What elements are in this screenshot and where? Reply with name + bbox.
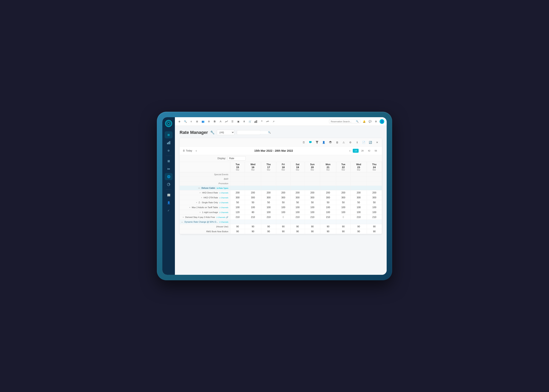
rate-table-wrapper[interactable]: Tue 15 Mar Wed 16 Mar	[180, 162, 382, 234]
val-rbn-8[interactable]: 90	[336, 229, 351, 234]
val-ota-7[interactable]: 300	[320, 195, 336, 200]
val-hdr-3[interactable]: 200	[261, 190, 276, 195]
val-zs-9[interactable]: 50	[351, 200, 367, 205]
expand-hkd-direct-icon[interactable]: +	[200, 192, 201, 194]
toolbar-b-icon[interactable]: B	[212, 119, 217, 124]
val-zs-3[interactable]: 50	[261, 200, 276, 205]
val-hu-1[interactable]: 90	[230, 224, 245, 229]
reservation-search-box[interactable]: 🔍	[329, 119, 360, 123]
rm-settings-icon[interactable]: ⚙	[348, 140, 353, 145]
val-ota-2[interactable]: 300	[245, 195, 261, 200]
val-1n-3[interactable]: 100	[261, 210, 276, 215]
val-rbn-7[interactable]: 90	[320, 229, 336, 234]
label-derived-stay[interactable]: + Derived Stay 4 pay 3 Kids Free 2 Chann…	[180, 215, 230, 220]
label-hkd-ota[interactable]: + HKD OTA Rate 1 Channels	[180, 195, 230, 200]
sidebar-item-pie[interactable]	[165, 181, 173, 188]
val-ds-5[interactable]: 210	[290, 215, 305, 220]
toolbar-settings-icon[interactable]: ⚙	[374, 119, 378, 124]
val-zs-10[interactable]: 50	[367, 200, 382, 205]
toolbar-grid-icon[interactable]: ⊞	[195, 119, 199, 124]
val-zs-4[interactable]: 50	[276, 200, 290, 205]
val-rbn-2[interactable]: 90	[245, 229, 261, 234]
sidebar-item-chart[interactable]	[165, 139, 173, 146]
day-range-56[interactable]: 56	[373, 149, 379, 153]
val-zs-5[interactable]: 50	[290, 200, 305, 205]
display-select[interactable]: Rate Availability Restrictions	[227, 156, 246, 161]
val-m2-10[interactable]: 100	[367, 205, 382, 210]
val-hdr-8[interactable]: 200	[336, 190, 351, 195]
toolbar-chat-icon[interactable]: 💬	[368, 119, 372, 124]
val-1n-5[interactable]: 100	[290, 210, 305, 215]
val-1n-6[interactable]: 100	[305, 210, 320, 215]
rm-warning-icon[interactable]: ⚠	[341, 140, 346, 145]
toolbar-barchart-icon[interactable]	[254, 119, 258, 124]
sidebar-item-table[interactable]: ▦	[165, 157, 173, 164]
val-ota-6[interactable]: 300	[305, 195, 320, 200]
rm-info-icon[interactable]: ℹ	[354, 140, 359, 145]
val-1n-9[interactable]: 100	[351, 210, 367, 215]
expand-1night-icon[interactable]: +	[200, 211, 201, 213]
val-zs-8[interactable]: 50	[336, 200, 351, 205]
expand-hkd-ota-icon[interactable]: +	[201, 196, 202, 199]
val-ds-4[interactable]: 0	[276, 215, 290, 220]
val-ds-10[interactable]: 210	[367, 215, 382, 220]
today-button[interactable]: 🗓 Today	[183, 149, 192, 152]
val-zs-7[interactable]: 50	[320, 200, 336, 205]
val-hu-2[interactable]: 90	[245, 224, 261, 229]
val-hu-10[interactable]: 90	[367, 224, 382, 229]
rm-person-icon[interactable]: 👤	[321, 140, 326, 145]
val-ds-7[interactable]: 210	[320, 215, 336, 220]
val-hu-9[interactable]: 90	[351, 224, 367, 229]
toolbar-linechart-icon[interactable]	[224, 119, 229, 124]
val-m2-3[interactable]: 100	[261, 205, 276, 210]
property-filter-select[interactable]: (All)	[217, 130, 234, 135]
val-m2-8[interactable]: 100	[336, 205, 351, 210]
label-dynamic-rate[interactable]: — Dynamic Rate Change @ 50% O... 2 Chann…	[180, 220, 230, 224]
label-house-use[interactable]: (House Use)	[180, 224, 230, 229]
val-zs-2[interactable]: 50	[245, 200, 261, 205]
val-zs-6[interactable]: 50	[305, 200, 320, 205]
toolbar-list-icon[interactable]: ≡	[189, 119, 193, 124]
toolbar-arrow-icon[interactable]: ↗	[271, 119, 276, 124]
val-hdr-7[interactable]: 200	[320, 190, 336, 195]
val-hdr-9[interactable]: 200	[351, 190, 367, 195]
val-1n-8[interactable]: 100	[336, 210, 351, 215]
next-date-button[interactable]: ›	[349, 149, 350, 153]
val-hdr-2[interactable]: 200	[245, 190, 261, 195]
val-rbn-10[interactable]: 90	[367, 229, 382, 234]
sidebar-item-bed[interactable]: 🛏	[165, 165, 173, 172]
val-ota-10[interactable]: 300	[367, 195, 382, 200]
val-rbn-5[interactable]: 90	[290, 229, 305, 234]
sidebar-item-check[interactable]: ✓	[165, 207, 173, 214]
rm-chat-icon[interactable]	[308, 140, 313, 145]
sidebar-item-add[interactable]: ⊕	[165, 147, 173, 154]
rate-search-bar[interactable]: 🔍	[237, 130, 260, 135]
label-max2-adults[interactable]: + Max 2 Adults on Tariff Table 2 Channel…	[180, 205, 230, 210]
label-z-single[interactable]: + Z - Single Rate Only 2 Channels	[180, 200, 230, 205]
val-ota-1[interactable]: 300	[230, 195, 245, 200]
expand-max2-icon[interactable]: +	[189, 206, 190, 209]
val-hdr-4[interactable]: 200	[276, 190, 290, 195]
toolbar-a-icon[interactable]: A	[218, 119, 223, 124]
toolbar-user-icon[interactable]: 👤	[380, 119, 384, 124]
val-hdr-6[interactable]: 200	[305, 190, 320, 195]
rm-export-icon[interactable]: 📄	[361, 140, 366, 145]
val-rbn-6[interactable]: 90	[305, 229, 320, 234]
expand-derived-icon[interactable]: +	[183, 216, 184, 218]
val-hu-5[interactable]: 90	[290, 224, 305, 229]
toolbar-bell-icon[interactable]: 🔔	[362, 119, 366, 124]
toolbar-download-icon[interactable]: ⬇	[242, 119, 246, 124]
val-1n-2[interactable]: 80	[245, 210, 261, 215]
val-ds-9[interactable]: 210	[351, 215, 367, 220]
collapse-icon[interactable]: —	[198, 187, 200, 189]
label-1night[interactable]: + 1 night surchage 2 Channels	[180, 210, 230, 215]
toolbar-bullets-icon[interactable]: ☰	[230, 119, 234, 124]
prev-date-button[interactable]: ‹	[195, 148, 198, 153]
toolbar-refresh-icon[interactable]: ⊕	[177, 119, 182, 124]
val-m2-7[interactable]: 100	[320, 205, 336, 210]
expand-z-single-icon[interactable]: +	[196, 202, 197, 204]
reservation-search-input[interactable]	[331, 120, 355, 123]
rm-calendar-icon[interactable]: 🗓	[301, 140, 306, 145]
sidebar-item-building[interactable]: 🏢	[165, 191, 173, 198]
val-1n-10[interactable]: 100	[367, 210, 382, 215]
